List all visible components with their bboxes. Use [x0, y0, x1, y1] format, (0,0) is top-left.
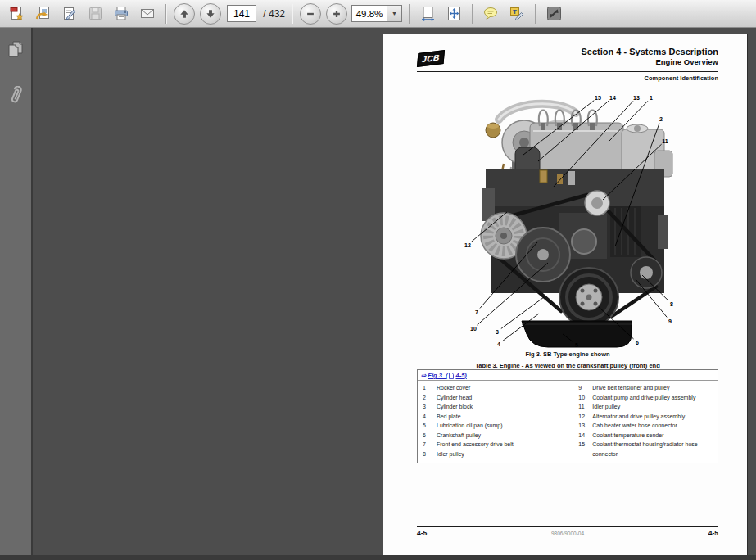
pdf-page: JCB Section 4 - Systems Description Engi…	[383, 34, 748, 560]
engine-figure: 151413121112710345689	[461, 92, 682, 358]
navigation-rail	[0, 28, 33, 560]
page-count-label: / 432	[260, 8, 285, 20]
previous-page-button[interactable]	[174, 3, 195, 25]
fit-width-button[interactable]	[414, 2, 441, 25]
table-row: 13Cab heater water hose connector	[573, 421, 718, 431]
document-arrow-icon	[35, 6, 51, 21]
toolbar-separator	[535, 4, 536, 24]
comment-button[interactable]	[478, 2, 504, 25]
table-row: 6Crankshaft pulley	[418, 431, 573, 440]
fullscreen-arrows-icon	[546, 6, 562, 21]
svg-text:3: 3	[496, 329, 499, 335]
topic-label: Component Identification	[645, 75, 718, 82]
page-number-input[interactable]	[227, 5, 256, 22]
svg-text:11: 11	[662, 138, 668, 144]
svg-text:14: 14	[609, 95, 616, 101]
toolbar: / 432 ▼	[0, 0, 756, 28]
table-row: 14Coolant temperature sender	[573, 431, 718, 440]
zoom-in-button[interactable]	[326, 3, 347, 25]
link-page-ref: 4-5)	[455, 372, 466, 379]
figure-caption: Fig 3. SB Type engine shown	[417, 350, 718, 358]
table-row: 7Front end accessory drive belt	[418, 440, 573, 449]
table-body: 1Rocker cover2Cylinder head3Cylinder blo…	[418, 381, 718, 463]
table-row: 15Coolant thermostat housing/radiator ho…	[573, 440, 718, 449]
zoom-out-button[interactable]	[300, 3, 321, 25]
svg-text:10: 10	[470, 326, 477, 332]
next-page-button[interactable]	[200, 3, 221, 25]
svg-text:9: 9	[668, 318, 672, 324]
table-row: 3Cylinder block	[418, 402, 573, 412]
printer-icon	[113, 6, 129, 21]
pages-icon	[6, 39, 25, 59]
page-header: Section 4 - Systems Description Engine O…	[582, 47, 719, 66]
document-canvas[interactable]: JCB Section 4 - Systems Description Engi…	[33, 28, 756, 560]
link-arrow-icon: ⇨	[421, 372, 426, 379]
footer-page-left: 4-5	[417, 529, 427, 537]
toolbar-separator	[472, 4, 473, 24]
create-pdf-online-button[interactable]	[3, 2, 29, 25]
save-button[interactable]	[82, 2, 108, 25]
svg-text:2: 2	[659, 116, 663, 122]
envelope-icon	[139, 6, 156, 21]
table-row: 2Cylinder head	[418, 393, 573, 403]
table-row: 11Idler pulley	[573, 402, 718, 412]
component-table: ⇨ Fig 3. ( 4-5) 1Rocker cover2Cylinder h…	[417, 369, 718, 463]
workspace: JCB Section 4 - Systems Description Engi…	[0, 28, 756, 560]
svg-text:12: 12	[464, 242, 471, 248]
fit-page-button[interactable]	[441, 2, 467, 25]
window-bottom-edge	[0, 555, 756, 560]
table-row: 9Drive belt tensioner and pulley	[573, 383, 718, 393]
minus-icon	[305, 8, 316, 20]
paperclip-icon	[6, 86, 25, 107]
svg-text:T: T	[513, 8, 517, 16]
speech-bubble-icon	[482, 6, 499, 21]
fullscreen-button[interactable]	[541, 2, 567, 25]
figure-link[interactable]: ⇨ Fig 3. ( 4-5)	[418, 370, 718, 381]
page-ref-icon	[449, 373, 454, 379]
fit-page-icon	[446, 6, 462, 21]
sign-document-button[interactable]	[56, 2, 82, 25]
pdf-viewer-window: / 432 ▼	[0, 0, 756, 560]
section-title: Section 4 - Systems Description	[582, 47, 719, 57]
svg-text:8: 8	[670, 301, 673, 307]
jcb-logo: JCB	[417, 50, 445, 67]
toolbar-separator	[165, 4, 166, 24]
svg-text:7: 7	[475, 309, 478, 315]
link-text: Fig 3. (	[428, 372, 447, 379]
footer-rule	[417, 526, 718, 527]
arrow-up-icon	[179, 8, 190, 20]
share-file-button[interactable]	[29, 2, 56, 25]
zoom-dropdown-button[interactable]: ▼	[387, 5, 402, 22]
svg-text:6: 6	[636, 340, 639, 345]
zoom-control: ▼	[351, 5, 402, 22]
table-title: Table 3. Engine - As viewed on the crank…	[417, 362, 718, 369]
page-footer: 4-5 9806/9000-04 4-5	[417, 529, 718, 537]
svg-text:1: 1	[650, 95, 653, 101]
email-button[interactable]	[134, 2, 161, 25]
footer-page-right: 4-5	[708, 529, 718, 537]
zoom-level-input[interactable]	[351, 5, 387, 22]
toolbar-separator	[292, 4, 292, 24]
table-row: 1Rocker cover	[418, 383, 573, 393]
table-col-left: 1Rocker cover2Cylinder head3Cylinder blo…	[418, 383, 573, 458]
floppy-disk-icon	[88, 6, 103, 21]
page-thumbnails-button[interactable]	[4, 38, 27, 61]
highlight-pen-icon: T	[509, 6, 525, 21]
table-row: 4Bed plate	[418, 412, 573, 422]
highlight-text-button[interactable]: T	[504, 2, 530, 25]
fit-width-icon	[420, 6, 436, 21]
table-row: 5Lubrication oil pan (sump)	[418, 421, 573, 431]
svg-text:13: 13	[633, 95, 640, 101]
print-button[interactable]	[108, 2, 134, 25]
table-col-right: 9Drive belt tensioner and pulley10Coolan…	[573, 383, 718, 458]
pen-document-icon	[61, 6, 77, 21]
table-row: 8Idler pulley	[418, 449, 573, 459]
subsection-title: Engine Overview	[582, 57, 719, 66]
footer-doc-ref: 9806/9000-04	[551, 531, 584, 536]
svg-text:15: 15	[595, 95, 601, 101]
attachments-button[interactable]	[4, 85, 27, 108]
svg-text:4: 4	[497, 341, 500, 347]
chevron-down-icon: ▼	[392, 11, 397, 16]
toolbar-separator	[409, 4, 410, 24]
table-row: 12Alternator and drive pulley assembly	[573, 412, 718, 422]
